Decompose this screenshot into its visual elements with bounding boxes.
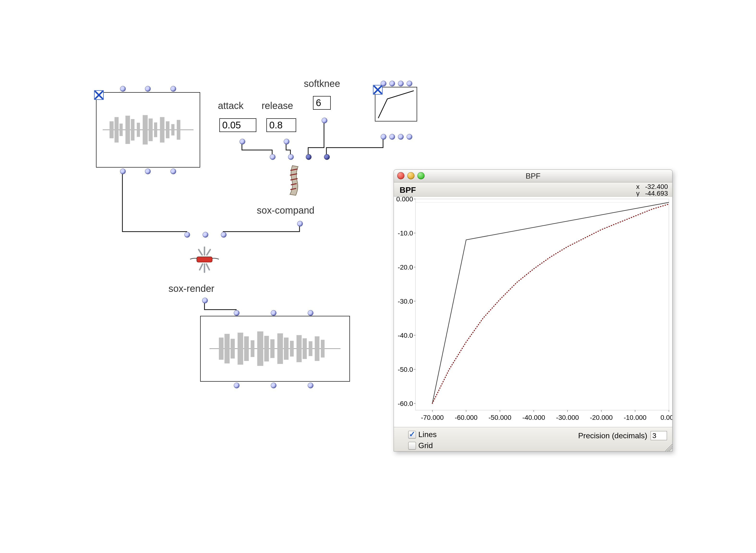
- port[interactable]: [271, 383, 276, 388]
- svg-line-22: [207, 250, 210, 255]
- svg-text:-30.0: -30.0: [398, 298, 413, 305]
- port[interactable]: [288, 154, 294, 160]
- svg-text:0.000: 0.000: [661, 414, 672, 421]
- svg-rect-43: [321, 340, 325, 358]
- svg-text:-30.000: -30.000: [556, 414, 579, 421]
- svg-text:-10.0: -10.0: [398, 229, 413, 237]
- svg-rect-40: [303, 338, 307, 359]
- subtitle-bar: BPF x -32.400 y -44.693: [394, 182, 672, 196]
- svg-rect-37: [284, 338, 288, 360]
- svg-text:-40.000: -40.000: [522, 414, 545, 421]
- port[interactable]: [271, 310, 276, 316]
- svg-rect-2: [114, 117, 118, 143]
- svg-line-25: [206, 264, 209, 270]
- port[interactable]: [407, 81, 412, 86]
- svg-rect-32: [251, 340, 255, 357]
- svg-rect-28: [225, 334, 230, 364]
- attack-label: attack: [218, 100, 244, 111]
- svg-text:-20.0: -20.0: [398, 263, 413, 271]
- waveform-icon: [103, 101, 193, 158]
- port[interactable]: [381, 81, 387, 86]
- bpf-thumbnail-node[interactable]: [375, 87, 417, 122]
- port[interactable]: [234, 383, 240, 388]
- svg-line-21: [199, 250, 202, 255]
- bpf-subtitle: BPF: [400, 185, 416, 194]
- release-input[interactable]: 0.8: [266, 118, 296, 132]
- close-icon[interactable]: [373, 85, 383, 95]
- bpf-plot[interactable]: 0.000-10.0-20.0-30.0-40.0-50.0-60.0-70.0…: [394, 196, 672, 427]
- svg-text:-40.0: -40.0: [398, 332, 413, 339]
- waveform-output-node[interactable]: [200, 316, 350, 382]
- port[interactable]: [184, 232, 190, 238]
- port[interactable]: [202, 298, 208, 303]
- precision-label: Precision (decimals): [578, 431, 647, 440]
- svg-text:-60.000: -60.000: [455, 414, 478, 421]
- close-icon[interactable]: [397, 172, 404, 179]
- svg-text:0.000: 0.000: [396, 196, 413, 203]
- port[interactable]: [407, 134, 412, 140]
- svg-text:-20.000: -20.000: [590, 414, 613, 421]
- port[interactable]: [240, 139, 245, 145]
- waveform-input-node[interactable]: [96, 92, 200, 167]
- port[interactable]: [145, 168, 151, 174]
- svg-rect-31: [244, 336, 249, 361]
- waveform-icon: [209, 324, 341, 373]
- port[interactable]: [170, 168, 176, 174]
- svg-rect-1: [109, 122, 113, 139]
- attack-input[interactable]: 0.05: [219, 118, 256, 132]
- svg-rect-8: [149, 118, 153, 141]
- port[interactable]: [389, 134, 395, 140]
- bpf-window[interactable]: BPF BPF x -32.400 y -44.693 0.000-10.0-2…: [394, 169, 672, 452]
- port[interactable]: [170, 86, 176, 92]
- port[interactable]: [297, 221, 303, 227]
- port[interactable]: [120, 86, 126, 92]
- svg-line-24: [200, 264, 202, 270]
- port[interactable]: [221, 232, 227, 238]
- svg-rect-12: [171, 124, 174, 135]
- sox-render-label: sox-render: [168, 283, 214, 294]
- resize-handle[interactable]: [665, 444, 672, 451]
- port[interactable]: [284, 139, 289, 145]
- port[interactable]: [381, 134, 387, 140]
- port[interactable]: [270, 154, 275, 160]
- precision-input[interactable]: [651, 431, 667, 440]
- port[interactable]: [202, 232, 208, 238]
- port[interactable]: [306, 154, 312, 160]
- port[interactable]: [234, 310, 240, 316]
- svg-rect-33: [257, 331, 263, 366]
- port[interactable]: [389, 81, 395, 86]
- port[interactable]: [324, 154, 330, 160]
- svg-text:-50.0: -50.0: [398, 366, 413, 373]
- grid-checkbox[interactable]: Grid: [408, 441, 433, 450]
- svg-rect-10: [160, 117, 164, 143]
- svg-rect-34: [264, 336, 269, 362]
- zoom-icon[interactable]: [417, 172, 425, 179]
- svg-rect-30: [238, 333, 243, 365]
- minimize-icon[interactable]: [407, 172, 415, 179]
- sox-render-icon: [185, 240, 224, 279]
- svg-rect-35: [270, 339, 275, 358]
- softknee-input[interactable]: 6: [313, 96, 331, 110]
- port[interactable]: [308, 310, 314, 316]
- svg-rect-11: [166, 122, 169, 139]
- svg-rect-36: [277, 333, 283, 364]
- port[interactable]: [398, 134, 404, 140]
- port[interactable]: [145, 86, 151, 92]
- port[interactable]: [322, 117, 327, 124]
- close-icon[interactable]: [94, 90, 104, 100]
- svg-rect-29: [231, 339, 235, 359]
- sox-compand-icon: [285, 163, 309, 197]
- port[interactable]: [120, 168, 126, 174]
- plot-controls: Lines Grid Precision (decimals): [394, 427, 672, 451]
- svg-rect-4: [125, 116, 130, 144]
- svg-rect-7: [143, 115, 148, 145]
- svg-rect-39: [297, 335, 302, 363]
- svg-rect-3: [119, 124, 122, 136]
- svg-rect-5: [131, 119, 135, 141]
- svg-rect-44: [415, 199, 669, 410]
- titlebar[interactable]: BPF: [394, 170, 672, 182]
- port[interactable]: [308, 383, 314, 388]
- svg-text:-60.0: -60.0: [398, 400, 413, 407]
- lines-checkbox[interactable]: Lines: [408, 430, 437, 439]
- port[interactable]: [398, 81, 404, 86]
